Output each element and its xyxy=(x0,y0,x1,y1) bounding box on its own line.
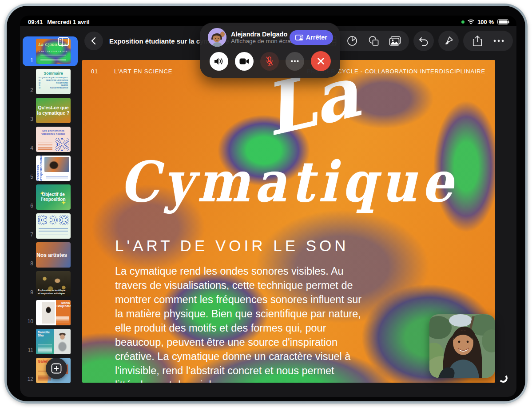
avatar xyxy=(208,28,226,47)
slide-thumbnail-9[interactable]: 9 Exploration scientifique et inspiratio… xyxy=(24,271,78,296)
end-call-button[interactable] xyxy=(311,51,331,71)
chart-icon[interactable] xyxy=(341,31,363,51)
slide-title-line2[interactable]: Cymatique xyxy=(82,154,495,209)
mic-muted-button[interactable] xyxy=(260,52,279,71)
slide-thumbnail-5[interactable]: 5 Processus d'expérimentation xyxy=(24,156,78,181)
slide-header-left: L'ART EN SCIENCE xyxy=(114,68,172,75)
more-icon[interactable] xyxy=(488,31,509,51)
format-brush-icon[interactable] xyxy=(438,31,459,51)
ipad-device: 09:41 Mercredi 1 avril 100 % xyxy=(4,4,528,404)
share-status: Affichage de mon écran xyxy=(231,38,285,44)
slide-number: 1 xyxy=(24,57,33,64)
slide-thumbnail-8[interactable]: 8 Nos artistes xyxy=(24,242,78,268)
undo-icon[interactable] xyxy=(413,31,434,51)
slide-navigator: 1 La Cymatique L'ART DE VOIR LE SON 2 So… xyxy=(24,39,78,397)
screen: 09:41 Mercredi 1 avril 100 % xyxy=(20,16,516,397)
slide-thumbnail-6[interactable]: 6 ✦ ✦ Objectif de l'exposition xyxy=(24,184,78,210)
ipad-bezel: 09:41 Mercredi 1 avril 100 % xyxy=(7,6,525,401)
status-bar: 09:41 Mercredi 1 avril 100 % xyxy=(20,16,516,26)
video-button[interactable] xyxy=(235,52,254,71)
camera-active-dot xyxy=(461,20,465,24)
slide-thumbnail-11[interactable]: 11 Danielle Shu xyxy=(24,329,78,354)
facetime-share-overlay: Alejandra Delgado Affichage de mon écran… xyxy=(200,23,340,78)
slide-body-text[interactable]: La cymatique rend les ondes sonores visi… xyxy=(115,264,366,383)
shapes-icon[interactable] xyxy=(363,31,384,51)
add-slide-button[interactable] xyxy=(46,358,67,379)
media-icon[interactable] xyxy=(384,31,405,51)
share-icon[interactable] xyxy=(467,31,488,51)
slide-subtitle[interactable]: L'ART DE VOIR LE SON xyxy=(115,237,349,255)
slide-thumbnail-2[interactable]: 2 Sommaire 03QU'EST-CE QUE LA CYMATIQUE … xyxy=(24,69,78,94)
share-more-group xyxy=(463,31,513,51)
slide-thumbnail-10[interactable]: 10 Monia Boujendar xyxy=(24,300,78,325)
status-date: Mercredi 1 avril xyxy=(47,19,89,25)
pip-video[interactable] xyxy=(429,314,495,378)
slide-thumbnail-4[interactable]: 4 Des phénomènes vibratoires nodaux xyxy=(24,127,78,152)
battery-icon xyxy=(497,19,508,24)
slide-thumbnail-7[interactable]: 7 xyxy=(24,213,78,239)
speaker-button[interactable] xyxy=(210,52,228,71)
sommaire-title: Sommaire xyxy=(36,71,71,76)
slide-header-number: 01 xyxy=(91,68,114,75)
wifi-icon xyxy=(467,19,475,25)
back-button[interactable] xyxy=(84,32,103,50)
slide-thumbnail-3[interactable]: 3 Qu'est-ce que la cymatique ? xyxy=(24,98,78,123)
more-options-button[interactable] xyxy=(286,52,304,71)
status-time: 09:41 xyxy=(28,19,43,25)
sidebar-toggle-icon[interactable] xyxy=(58,37,69,46)
stop-sharing-button[interactable]: Arrêter xyxy=(290,30,333,45)
slide-thumbnail-1[interactable]: 1 La Cymatique L'ART DE VOIR LE SON xyxy=(23,36,78,66)
battery-percent: 100 % xyxy=(477,19,494,25)
caller-name: Alejandra Delgado xyxy=(231,31,285,38)
